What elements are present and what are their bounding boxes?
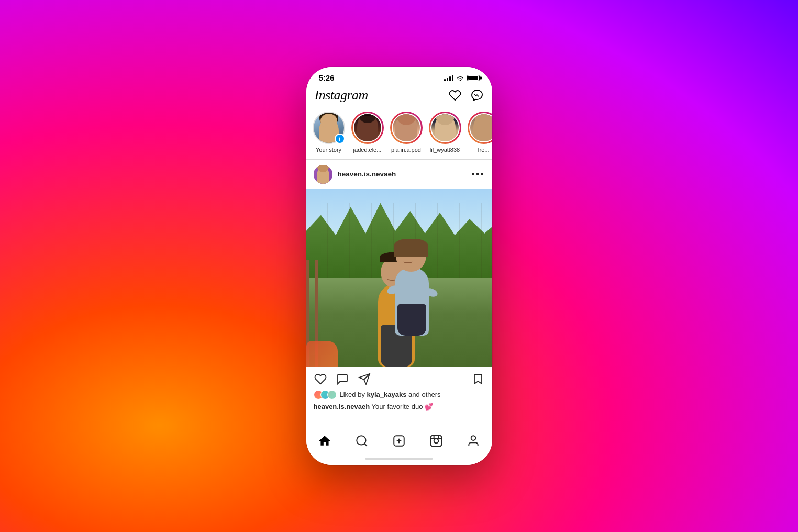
- liked-user[interactable]: kyia_kayaks: [367, 391, 407, 398]
- pia-avatar: [392, 113, 421, 142]
- heart-icon: [449, 89, 461, 102]
- like-button[interactable]: [314, 372, 327, 386]
- home-indicator-bar: [365, 458, 433, 460]
- pia-story-ring: [390, 112, 423, 144]
- comment-button[interactable]: [336, 372, 349, 386]
- svg-rect-7: [430, 435, 442, 447]
- home-indicator: [306, 455, 492, 465]
- post-username[interactable]: heaven.is.nevaeh: [338, 170, 472, 178]
- app-header: Instagram: [306, 84, 492, 107]
- nav-add-button[interactable]: [387, 431, 411, 450]
- share-button[interactable]: [358, 372, 371, 386]
- post-image-scene: [306, 189, 492, 367]
- liked-suffix: and others: [408, 391, 440, 398]
- add-icon: [392, 434, 406, 448]
- reels-icon: [429, 434, 443, 448]
- liked-by-text: Liked by kyia_kayaks and others: [340, 391, 441, 398]
- liked-prefix: Liked by: [340, 391, 365, 398]
- fre-story-label: fre...: [478, 147, 489, 153]
- post-image: [306, 189, 492, 367]
- profile-icon: [467, 434, 480, 448]
- share-icon: [358, 373, 371, 385]
- story-item-jaded[interactable]: jaded.ele...: [351, 112, 384, 153]
- caption-username[interactable]: heaven.is.nevaeh: [314, 403, 370, 411]
- svg-line-3: [364, 444, 367, 446]
- status-bar: 5:26: [306, 67, 492, 84]
- post-header: heaven.is.nevaeh •••: [306, 160, 492, 189]
- nav-home-button[interactable]: [313, 431, 336, 450]
- status-icons: [444, 75, 480, 81]
- caption-text: Your favorite duo 💕: [370, 403, 433, 411]
- post-caption: heaven.is.nevaeh Your favorite duo 💕: [314, 403, 485, 411]
- stories-row: + Your story jaded.el: [306, 107, 492, 159]
- save-icon: [472, 373, 484, 385]
- signal-bars-icon: [444, 75, 453, 81]
- jaded-avatar: [353, 113, 382, 142]
- like-icon: [314, 373, 327, 385]
- liked-by-row: Liked by kyia_kayaks and others: [314, 390, 485, 400]
- jaded-avatar-wrap: [351, 112, 384, 144]
- fre-avatar: [469, 113, 492, 142]
- post-more-options[interactable]: •••: [472, 170, 485, 179]
- pia-avatar-wrap: [390, 112, 423, 144]
- story-item-pia[interactable]: pia.in.a.pod: [390, 112, 423, 153]
- home-icon: [318, 434, 331, 448]
- person-top-figure: [390, 241, 437, 336]
- fre-avatar-wrap: [468, 112, 492, 144]
- wifi-icon: [456, 75, 464, 81]
- heart-button[interactable]: [448, 88, 462, 102]
- post-user-avatar: [314, 165, 332, 184]
- fre-story-ring: [468, 112, 492, 144]
- action-left: [314, 372, 371, 386]
- status-time: 5:26: [319, 73, 335, 82]
- messenger-icon: [471, 89, 483, 102]
- lil-story-ring: [429, 112, 461, 144]
- bottom-nav: [306, 426, 492, 455]
- jaded-story-ring: [351, 112, 384, 144]
- header-icons: [448, 88, 484, 102]
- battery-icon: [467, 75, 480, 81]
- post-container: heaven.is.nevaeh •••: [306, 160, 492, 426]
- nav-search-button[interactable]: [350, 431, 373, 450]
- svg-point-12: [471, 436, 476, 440]
- liked-avatars: [314, 390, 337, 400]
- phone-frame: 5:26 Instagram: [306, 67, 492, 465]
- pia-story-label: pia.in.a.pod: [391, 147, 421, 153]
- svg-point-8: [434, 439, 439, 444]
- your-story-avatar-wrap: +: [313, 112, 345, 144]
- nav-profile-button[interactable]: [462, 431, 485, 450]
- svg-point-2: [357, 436, 365, 445]
- story-item-lil[interactable]: lil_wyatt838: [429, 112, 461, 153]
- lil-avatar: [430, 113, 460, 142]
- lil-avatar-wrap: [429, 112, 461, 144]
- action-row: [314, 372, 485, 386]
- liked-avatar-3: [327, 390, 337, 400]
- save-button[interactable]: [471, 372, 485, 386]
- jaded-story-label: jaded.ele...: [353, 147, 382, 153]
- post-actions: Liked by kyia_kayaks and others heaven.i…: [306, 367, 492, 416]
- search-icon: [355, 434, 369, 448]
- story-item-fre[interactable]: fre...: [468, 112, 492, 153]
- comment-icon: [336, 373, 349, 385]
- instagram-logo: Instagram: [315, 87, 368, 103]
- scene-mural: [306, 341, 338, 367]
- messenger-button[interactable]: [470, 88, 484, 102]
- nav-reels-button[interactable]: [425, 431, 448, 450]
- story-item-yours[interactable]: + Your story: [313, 112, 345, 153]
- lil-story-label: lil_wyatt838: [430, 147, 460, 153]
- your-story-label: Your story: [316, 147, 341, 153]
- story-add-button[interactable]: +: [335, 134, 345, 144]
